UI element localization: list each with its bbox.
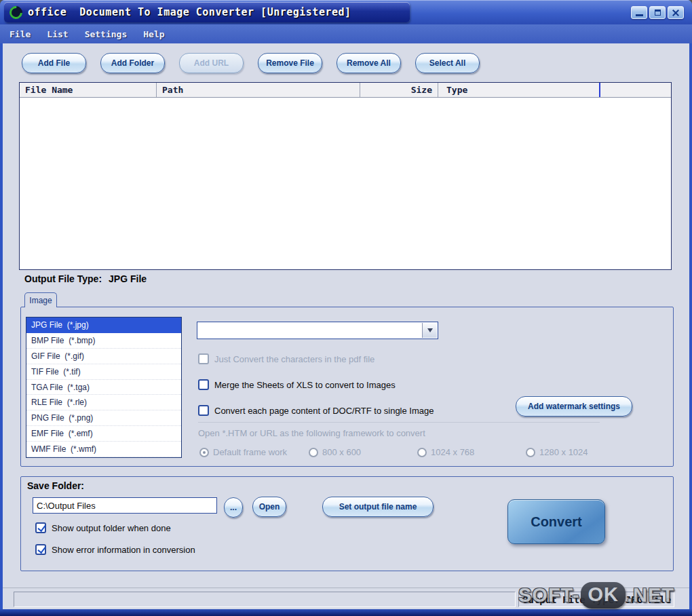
statusbar: Output File Type: JPG File — [3, 588, 689, 609]
radio-default-framework: Default frame work — [199, 447, 287, 457]
menu-help[interactable]: Help — [143, 29, 164, 39]
save-folder-legend: Save Folder: — [27, 480, 84, 491]
radio-label: 1024 x 768 — [431, 447, 474, 457]
checkbox-box[interactable] — [198, 405, 209, 416]
checkbox-pdf-characters: Just Convert the characters in the pdf f… — [198, 353, 374, 364]
title-panel: office Document To Image Converter [Unre… — [4, 2, 410, 22]
maximize-icon — [655, 9, 661, 16]
table-body-empty[interactable] — [20, 98, 671, 269]
radio-circle — [309, 448, 318, 457]
checkbox-box[interactable] — [198, 379, 209, 390]
format-list: JPG File (*.jpg) BMP File (*.bmp) GIF Fi… — [26, 317, 182, 458]
app-icon — [7, 3, 25, 22]
remove-file-button[interactable]: Remove File — [258, 53, 322, 73]
convert-button[interactable]: Convert — [507, 499, 605, 544]
output-type-caption: Output File Type: — [24, 273, 102, 284]
column-file-name[interactable]: File Name — [20, 83, 157, 97]
chevron-down-icon — [427, 328, 433, 332]
set-output-file-name-button[interactable]: Set output file name — [322, 497, 434, 517]
checkbox-box[interactable] — [35, 544, 46, 555]
radio-label: Default frame work — [213, 447, 287, 457]
checkbox-merge-xls[interactable]: Merge the Sheets of XLS to convert to Im… — [198, 379, 396, 390]
output-folder-input[interactable] — [33, 497, 217, 514]
close-button[interactable] — [668, 6, 684, 19]
remove-all-button[interactable]: Remove All — [337, 53, 401, 73]
window-title: office Document To Image Converter [Unre… — [28, 6, 351, 18]
radio-800x600: 800 x 600 — [309, 447, 361, 457]
add-watermark-settings-button[interactable]: Add watermark settings — [516, 396, 632, 417]
add-file-button[interactable]: Add File — [22, 53, 86, 73]
minimize-button[interactable] — [631, 6, 647, 19]
minimize-icon — [636, 14, 643, 16]
checkbox-box[interactable] — [35, 522, 46, 533]
table-header: File Name Path Size Type — [20, 83, 671, 98]
format-item-rle[interactable]: RLE File (*.rle) — [26, 395, 181, 410]
format-item-tga[interactable]: TGA File (*.tga) — [26, 380, 181, 396]
browse-button[interactable]: ... — [224, 497, 243, 518]
format-item-emf[interactable]: EMF File (*.emf) — [26, 426, 181, 442]
maximize-button[interactable] — [649, 6, 666, 19]
radio-circle — [417, 448, 427, 457]
checkbox-label: Merge the Sheets of XLS to convert to Im… — [214, 380, 396, 390]
radio-circle — [526, 448, 535, 457]
column-extra — [600, 83, 671, 97]
format-item-tif[interactable]: TIF File (*.tif) — [26, 364, 181, 380]
app-window: office Document To Image Converter [Unre… — [0, 0, 692, 616]
menubar: File List Settings Help — [0, 24, 692, 43]
radio-label: 1280 x 1024 — [539, 447, 588, 457]
checkbox-label: Just Convert the characters in the pdf f… — [214, 354, 374, 364]
menu-settings[interactable]: Settings — [85, 29, 128, 39]
output-type-value: JPG File — [109, 273, 147, 284]
menu-list[interactable]: List — [47, 29, 68, 39]
file-list-table: File Name Path Size Type — [19, 82, 672, 270]
checkbox-box — [198, 353, 209, 364]
add-url-button: Add URL — [179, 53, 244, 73]
open-button[interactable]: Open — [252, 497, 286, 517]
format-item-jpg[interactable]: JPG File (*.jpg) — [26, 317, 181, 333]
radio-label: 800 x 600 — [322, 447, 361, 457]
radio-1024x768: 1024 x 768 — [417, 447, 474, 457]
statusbar-output-type: Output File Type: JPG File — [518, 592, 674, 607]
format-item-bmp[interactable]: BMP File (*.bmp) — [26, 333, 181, 349]
checkbox-show-error-info[interactable]: Show error information in conversion — [35, 544, 195, 555]
radio-circle — [199, 448, 209, 457]
divider — [198, 422, 600, 423]
framework-caption: Open *.HTM or URL as the following frame… — [198, 428, 425, 438]
combobox-dropdown-button[interactable] — [422, 323, 437, 338]
checkbox-label: Show output folder when done — [52, 523, 171, 533]
output-file-type-label: Output File Type:JPG File — [24, 273, 147, 284]
close-icon — [668, 7, 683, 18]
format-item-gif[interactable]: GIF File (*.gif) — [26, 349, 181, 364]
checkbox-doc-single-image[interactable]: Convert each page content of DOC/RTF to … — [198, 405, 434, 416]
radio-1280x1024: 1280 x 1024 — [526, 447, 588, 457]
titlebar: office Document To Image Converter [Unre… — [0, 0, 692, 24]
select-all-button[interactable]: Select All — [415, 53, 480, 73]
format-item-wmf[interactable]: WMF File (*.wmf) — [26, 442, 181, 457]
column-path[interactable]: Path — [157, 83, 360, 97]
menu-file[interactable]: File — [9, 29, 31, 39]
format-item-png[interactable]: PNG File (*.png) — [26, 410, 181, 426]
checkbox-show-output-folder[interactable]: Show output folder when done — [35, 522, 171, 533]
column-size[interactable]: Size — [360, 83, 438, 97]
window-bottom-edge — [0, 609, 692, 616]
checkbox-label: Convert each page content of DOC/RTF to … — [214, 406, 434, 416]
add-folder-button[interactable]: Add Folder — [100, 53, 165, 73]
option-combobox[interactable] — [197, 322, 438, 339]
column-type[interactable]: Type — [438, 83, 600, 97]
window-controls — [631, 6, 684, 19]
statusbar-panel — [14, 592, 516, 607]
checkbox-label: Show error information in conversion — [52, 545, 195, 555]
tab-image[interactable]: Image — [24, 292, 57, 307]
